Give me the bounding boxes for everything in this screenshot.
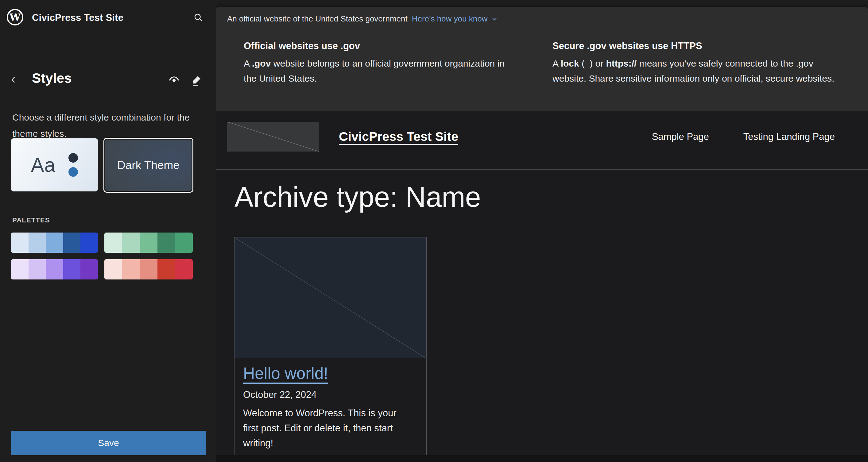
- swatch: [175, 259, 193, 279]
- swatch: [29, 233, 46, 253]
- swatch: [175, 233, 193, 253]
- site-logo-placeholder-image[interactable]: [227, 122, 319, 152]
- swatch: [63, 259, 81, 279]
- search-button[interactable]: [191, 10, 206, 25]
- edit-styles-button[interactable]: [189, 72, 204, 87]
- palettes-section-label: PALETTES: [12, 216, 50, 224]
- color-dot-blue: [68, 167, 78, 177]
- post-excerpt: Welcome to WordPress. This is your first…: [243, 405, 416, 451]
- eye-icon: [168, 74, 180, 86]
- color-dot-dark: [68, 153, 78, 163]
- wordpress-site-editor: W CivicPress Test Site Styles: [0, 0, 868, 462]
- banner-column-dotgov: Official websites use .gov A .gov websit…: [244, 40, 514, 86]
- heres-how-you-know-link[interactable]: Here’s how you know: [412, 14, 498, 24]
- excerpt-line: writing!: [243, 436, 416, 451]
- swatch: [46, 259, 63, 279]
- variation-label: Dark Theme: [117, 159, 180, 172]
- style-book-button[interactable]: [167, 72, 181, 87]
- excerpt-line: first post. Edit or delete it, then star…: [243, 421, 416, 436]
- post-title-link[interactable]: Hello world!: [243, 364, 328, 383]
- site-nav: Sample Page Testing Landing Page: [652, 131, 851, 142]
- heres-how-you-know-label: Here’s how you know: [412, 14, 488, 24]
- palette-green[interactable]: [104, 233, 193, 253]
- editor-sidebar: W CivicPress Test Site Styles: [0, 0, 216, 462]
- save-button[interactable]: Save: [11, 431, 206, 455]
- banner-body-https: A lock () or https:// means you’ve safel…: [553, 56, 842, 86]
- post-featured-image-placeholder[interactable]: [235, 237, 426, 358]
- swatch: [81, 233, 98, 253]
- chevron-left-icon: [9, 75, 18, 85]
- excerpt-line: Welcome to WordPress. This is your: [243, 405, 416, 421]
- banner-heading-https: Secure .gov websites use HTTPS: [553, 40, 842, 52]
- banner-body-dotgov: A .gov website belongs to an official go…: [244, 56, 514, 86]
- chevron-down-icon: [491, 15, 498, 23]
- site-title-link[interactable]: CivicPress Test Site: [339, 129, 458, 144]
- palette-blue[interactable]: [11, 233, 98, 253]
- styles-description: Choose a different style combination for…: [12, 109, 196, 142]
- style-variation-dark-theme-selected[interactable]: Dark Theme: [103, 138, 193, 193]
- swatch: [140, 233, 157, 253]
- swatch: [122, 259, 140, 279]
- editor-site-title: CivicPress Test Site: [32, 12, 123, 23]
- site-header: CivicPress Test Site Sample Page Testing…: [227, 122, 851, 152]
- swatch: [157, 259, 175, 279]
- nav-link-sample-page[interactable]: Sample Page: [652, 131, 709, 142]
- post-card: Hello world! October 22, 2024 Welcome to…: [234, 237, 427, 455]
- gov-banner: An official website of the United States…: [216, 7, 868, 111]
- banner-column-https: Secure .gov websites use HTTPS A lock ()…: [553, 40, 842, 86]
- editor-canvas: An official website of the United States…: [216, 7, 868, 455]
- swatch: [63, 233, 81, 253]
- swatch: [11, 259, 29, 279]
- post-date: October 22, 2024: [243, 389, 317, 400]
- search-icon: [193, 12, 204, 23]
- official-website-text: An official website of the United States…: [227, 14, 408, 24]
- swatch: [104, 233, 122, 253]
- archive-page-title: Archive type: Name: [235, 181, 481, 213]
- wordpress-logo-icon[interactable]: W: [7, 9, 23, 26]
- nav-link-testing-landing-page[interactable]: Testing Landing Page: [743, 131, 835, 142]
- panel-title: Styles: [32, 71, 72, 86]
- swatch: [122, 233, 140, 253]
- gov-banner-row: An official website of the United States…: [227, 14, 498, 24]
- sidebar-header: W CivicPress Test Site: [0, 0, 216, 34]
- variation-color-dots: [68, 153, 78, 177]
- swatch: [140, 259, 157, 279]
- palette-purple[interactable]: [11, 259, 98, 279]
- back-button[interactable]: [8, 74, 19, 85]
- swatch: [11, 233, 29, 253]
- pencil-icon: [191, 74, 203, 86]
- variation-preview: Dark Theme: [105, 140, 191, 191]
- swatch: [157, 233, 175, 253]
- canvas-bottom-edge: [216, 455, 868, 462]
- swatch: [46, 233, 63, 253]
- style-variation-default[interactable]: Aa: [11, 138, 98, 191]
- banner-heading-dotgov: Official websites use .gov: [244, 40, 514, 52]
- palette-red[interactable]: [104, 259, 193, 279]
- variation-typography-sample: Aa: [31, 154, 56, 176]
- header-divider: [216, 169, 868, 170]
- swatch: [104, 259, 122, 279]
- swatch: [81, 259, 98, 279]
- styles-panel-header: Styles: [0, 70, 216, 90]
- swatch: [29, 259, 46, 279]
